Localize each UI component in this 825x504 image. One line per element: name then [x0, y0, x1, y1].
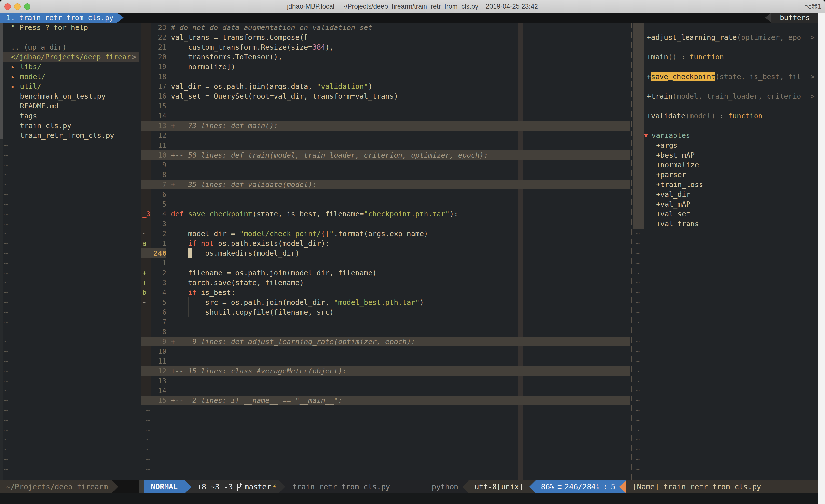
code-line[interactable]: 14	[141, 111, 630, 121]
ln-glyph: LN	[596, 481, 600, 493]
tree-item-dim[interactable]: .. (up a dir)	[0, 42, 139, 52]
tagbar-variable[interactable]: +train_loss	[633, 180, 818, 189]
tagbar-variable[interactable]: +normalize	[633, 160, 818, 170]
tree-item-dir[interactable]: ▸util/	[0, 81, 139, 91]
code-line[interactable]: a1 if not os.path.exists(model_dir):	[141, 239, 630, 248]
code-line[interactable]: 14	[141, 386, 630, 396]
code-line[interactable]: 1	[141, 258, 630, 268]
code-line[interactable]: ~5 src = os.path.join(model_dir, "model_…	[141, 298, 630, 307]
tree-item-file[interactable]: train_cls.py	[0, 121, 139, 131]
statusline-nerdtree-path: ~/Projects/deep_firearm	[0, 481, 112, 493]
code-line[interactable]: 8	[141, 170, 630, 180]
tree-item-file[interactable]: tags	[0, 111, 139, 121]
chevron-right-icon: ▸	[11, 81, 17, 91]
sign-column-cell	[141, 356, 151, 366]
command-line[interactable]	[0, 493, 818, 504]
tree-item-help[interactable]: " Press ? for help	[0, 22, 139, 32]
sign-column-cell	[141, 72, 151, 81]
code-line[interactable]: 15	[141, 101, 630, 111]
tagbar-tag-main[interactable]: +main() : function	[633, 52, 818, 62]
tagbar-variable[interactable]: +val_set	[633, 209, 818, 219]
code-line[interactable]: 8	[141, 327, 630, 337]
tree-item-file[interactable]: train_retr_from_cls.py	[0, 131, 139, 140]
empty-line-tilde: ~	[0, 405, 139, 415]
left-scrollbar-trough[interactable]	[0, 139, 3, 481]
window-separator-right[interactable]	[630, 22, 633, 481]
code-line[interactable]: 10	[141, 346, 630, 356]
window-title-path: ~/Projects/deep_firearm/train_retr_from_…	[342, 3, 478, 10]
tabline: 1. train_retr_from_cls.py buffers	[0, 13, 825, 22]
left-scrollbar-thumb[interactable]	[0, 22, 3, 139]
code-fold-line[interactable]: 15+-- 2 lines: if __name__ == "__main__"…	[141, 396, 630, 405]
code-line[interactable]: 13	[141, 376, 630, 386]
code-line[interactable]: 20 transforms.ToTensor(),	[141, 52, 630, 62]
tagbar-variable[interactable]: +args	[633, 140, 818, 150]
tree-item-file[interactable]: README.md	[0, 101, 139, 111]
code-line[interactable]: 19 normalize])	[141, 62, 630, 72]
tagbar-variable[interactable]: +val_trans	[633, 219, 818, 229]
code-fold-line[interactable]: 10+-- 50 lines: def train(model, train_l…	[141, 150, 630, 160]
empty-line-tilde: ~	[0, 376, 139, 386]
tagbar-variable[interactable]: +val_dir	[633, 189, 818, 199]
tree-item-label: benchmark_on_test.py	[20, 92, 105, 100]
tagbar-tag-validate[interactable]: +validate(model) : function	[633, 111, 818, 121]
powerline-arrow-icon	[185, 481, 191, 493]
code-line[interactable]: 6	[141, 189, 630, 199]
tagbar-header[interactable]: ▼variables	[633, 131, 818, 140]
sign-column-cell	[141, 219, 151, 229]
tagbar-tag-adjust_learning_rate[interactable]: +adjust_learning_rate(optimizer, epo>	[633, 32, 818, 42]
code-line[interactable]: 22val_trans = transforms.Compose([	[141, 32, 630, 42]
tagbar-variable[interactable]: +parser	[633, 170, 818, 180]
line-number: 13	[151, 376, 166, 386]
tabline-buffers-label[interactable]: buffers	[771, 13, 818, 22]
tree-item-root[interactable]: </jdhao/Projects/deep_firear>	[0, 52, 139, 62]
empty-line-tilde: ~	[141, 405, 630, 415]
code-line[interactable]: +3 torch.save(state, filename)	[141, 278, 630, 287]
tree-item-dir[interactable]: ▸model/	[0, 72, 139, 81]
tree-item-file[interactable]: benchmark_on_test.py	[0, 91, 139, 101]
code-line[interactable]: 246 os.makedirs(model_dir)	[141, 248, 630, 258]
line-number: 9	[151, 160, 166, 170]
sign-column-cell	[141, 111, 151, 121]
code-line[interactable]: 16val_set = QuerySet(root=val_dir, trans…	[141, 91, 630, 101]
code-line[interactable]: 9	[141, 160, 630, 170]
code-fold-line[interactable]: 9+-- 9 lines: def adjust_learning_rate(o…	[141, 337, 630, 346]
code-line[interactable]: 11	[141, 140, 630, 150]
line-number: 23	[151, 22, 166, 32]
code-line[interactable]: _34def save_checkpoint(state, is_best, f…	[141, 209, 630, 219]
code-line[interactable]: 12	[141, 131, 630, 140]
code-fold-line[interactable]: 13+-- 73 lines: def main():	[141, 121, 630, 131]
empty-line-tilde: ~	[0, 317, 139, 327]
code-fold-line[interactable]: 7+-- 35 lines: def validate(model):	[141, 180, 630, 189]
empty-line-tilde: ~	[0, 140, 139, 150]
code-line[interactable]: 7	[141, 317, 630, 327]
window-title-host: jdhao-MBP.local	[287, 3, 334, 10]
tree-item-dir[interactable]: ▸libs/	[0, 62, 139, 72]
code-line[interactable]: 6 shutil.copyfile(filename, src)	[141, 307, 630, 317]
code-line[interactable]: 3	[141, 219, 630, 229]
powerline-arrow-icon	[529, 481, 535, 493]
tab-train-retr-from-cls[interactable]: 1. train_retr_from_cls.py	[0, 13, 117, 22]
right-scrollbar[interactable]	[818, 13, 825, 504]
code-line[interactable]: 21 custom_transform.Resize(size=384),	[141, 42, 630, 52]
tagbar-variable[interactable]: +best_mAP	[633, 150, 818, 160]
code-line[interactable]: 23# do not do data augmentation on valid…	[141, 22, 630, 32]
tagbar-tag-save_checkpoint[interactable]: +save_checkpoint(state, is_best, fil>	[633, 72, 818, 81]
code-fold-line[interactable]: 12+-- 15 lines: class AverageMeter(objec…	[141, 366, 630, 376]
code-line[interactable]: 17val_dir = os.path.join(args.data, "val…	[141, 81, 630, 91]
code-line[interactable]: 5	[141, 199, 630, 209]
tagbar-tag-train[interactable]: +train(model, train_loader, criterio>	[633, 91, 818, 101]
empty-line-tilde: ~	[633, 258, 818, 268]
window-separator-left[interactable]	[139, 22, 141, 481]
code-text	[166, 140, 630, 150]
code-line[interactable]: 11	[141, 356, 630, 366]
nerdtree-rows: " Press ? for help.. (up a dir)</jdhao/P…	[0, 22, 139, 474]
code-line[interactable]: 18	[141, 72, 630, 81]
tagbar-variable[interactable]: +val_mAP	[633, 199, 818, 209]
line-number: 8	[151, 327, 166, 337]
code-line[interactable]: ~2 model_dir = "model/check_point/{}".fo…	[141, 229, 630, 239]
code-line[interactable]: b4 if is_best:	[141, 287, 630, 298]
code-text: +-- 50 lines: def train(model, train_loa…	[166, 150, 630, 160]
code-line[interactable]: +2 filename = os.path.join(model_dir, fi…	[141, 268, 630, 278]
truncation-icon: >	[811, 72, 815, 81]
